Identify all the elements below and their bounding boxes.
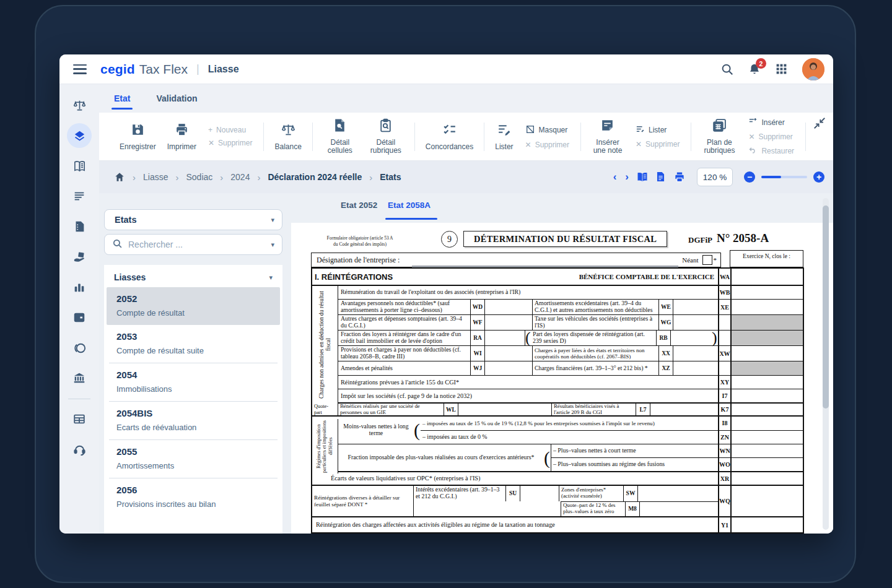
crumb-liasse[interactable]: Liasse xyxy=(143,172,168,182)
scrollbar-thumb[interactable] xyxy=(823,205,829,409)
print-button[interactable]: Imprimer xyxy=(162,122,202,152)
liasse-layers-icon[interactable] xyxy=(67,123,92,148)
delete-note-button[interactable]: ✕ Supprimer xyxy=(636,140,680,149)
amount-cell-wq[interactable] xyxy=(732,486,803,516)
list-item-2053[interactable]: 2053 Compte de résultat suite xyxy=(107,325,280,363)
input-we[interactable] xyxy=(673,300,718,314)
home-icon[interactable] xyxy=(114,171,125,183)
amount-cell-xy[interactable] xyxy=(732,376,803,389)
amount-cell-wn[interactable] xyxy=(732,444,803,458)
new-button[interactable]: + Nouveau xyxy=(208,126,252,134)
input-wi[interactable] xyxy=(485,346,532,361)
insert-note-button[interactable]: Insérer une note xyxy=(586,118,629,155)
document-list-icon[interactable] xyxy=(67,214,92,239)
vertical-scrollbar[interactable] xyxy=(823,198,829,530)
insert-rubric-button[interactable]: Insérer xyxy=(748,117,794,128)
app-header: cegid Tax Flex | Liasse 2 xyxy=(59,54,833,84)
input-xx[interactable] xyxy=(673,346,718,361)
doc-tab-etat-2058a[interactable]: Etat 2058A xyxy=(388,201,431,210)
amount-cell-xr[interactable] xyxy=(732,472,803,485)
prev-page-icon[interactable]: ‹ xyxy=(612,171,618,183)
list-item-2056[interactable]: 2056 Provisions inscrites au bilan xyxy=(107,478,280,516)
crumb-declaration[interactable]: Déclaration 2024 réelle xyxy=(268,172,362,182)
input-l7[interactable] xyxy=(650,404,718,415)
crumb-2024[interactable]: 2024 xyxy=(230,172,250,182)
input-rb[interactable] xyxy=(671,331,712,345)
search-input[interactable]: Rechercher ... ▾ xyxy=(104,234,282,255)
support-headset-icon[interactable] xyxy=(67,437,92,462)
toolbar-divider xyxy=(691,123,691,151)
input-su[interactable] xyxy=(520,486,559,501)
delete-button[interactable]: ✕ Supprimer xyxy=(208,139,252,147)
text-lines-icon[interactable] xyxy=(67,184,92,209)
input-m8[interactable] xyxy=(640,501,718,517)
doc-tab-etat-2052[interactable]: Etat 2052 xyxy=(341,201,377,210)
tab-validation[interactable]: Validation xyxy=(156,86,197,111)
restore-rubric-button[interactable]: Restaurer xyxy=(748,145,794,157)
apps-grid-icon[interactable] xyxy=(775,63,789,76)
list-item-2054[interactable]: 2054 Immobilisations xyxy=(107,363,280,401)
spreadsheet-icon[interactable] xyxy=(67,407,92,431)
open-book-icon[interactable] xyxy=(636,171,649,183)
amount-cell-xw[interactable] xyxy=(732,346,803,361)
notifications-bell-icon[interactable]: 2 xyxy=(748,63,761,76)
input-wd[interactable] xyxy=(485,300,532,314)
amount-cell-xe[interactable] xyxy=(732,300,803,314)
wb-label: Rémunération du travail de l'exploitant … xyxy=(339,286,522,299)
crumb-etats[interactable]: Etats xyxy=(380,172,401,182)
input-sw[interactable] xyxy=(638,486,718,501)
delete-rubric-button[interactable]: ✕ Supprimer xyxy=(748,132,794,141)
amount-cell-y1[interactable] xyxy=(732,517,803,532)
input-wg[interactable] xyxy=(673,315,718,330)
bar-chart-icon[interactable] xyxy=(67,275,92,300)
brace: ( xyxy=(543,444,551,471)
bank-icon[interactable] xyxy=(67,366,92,391)
input-xz[interactable] xyxy=(673,361,718,375)
collapse-panel-icon[interactable] xyxy=(813,116,826,130)
user-avatar[interactable] xyxy=(802,58,824,80)
print-doc-icon[interactable] xyxy=(673,171,686,183)
list-item-2055[interactable]: 2055 Amortissements xyxy=(107,440,280,478)
input-wf[interactable] xyxy=(485,315,532,330)
chevron-down-icon[interactable]: ▾ xyxy=(269,274,273,282)
input-wl[interactable] xyxy=(458,404,551,415)
concordances-button[interactable]: Concordances xyxy=(420,122,479,152)
etats-select[interactable]: Etats ▾ xyxy=(104,209,282,230)
input-wj[interactable] xyxy=(485,361,532,375)
zoom-slider[interactable] xyxy=(761,176,807,178)
amount-cell-i8[interactable] xyxy=(732,417,803,431)
balance-button[interactable]: Balance xyxy=(269,122,307,152)
list-item-2052[interactable]: 2052 Compte de résultat xyxy=(107,287,280,325)
list-button[interactable]: Lister xyxy=(489,122,518,152)
neant-checkbox[interactable] xyxy=(702,255,712,265)
amount-cell-zn[interactable] xyxy=(732,431,803,444)
wallet-card-icon[interactable] xyxy=(67,305,92,330)
save-button[interactable]: Enregistrer xyxy=(114,122,162,152)
amount-cell-wa[interactable] xyxy=(732,269,803,285)
hand-package-icon[interactable] xyxy=(67,244,92,269)
amount-cell-wo[interactable] xyxy=(732,458,803,471)
book-icon[interactable] xyxy=(67,153,92,178)
zoom-out-button[interactable]: − xyxy=(744,171,755,183)
zoom-in-button[interactable]: + xyxy=(813,171,824,183)
menu-icon[interactable] xyxy=(73,64,87,74)
input-ra[interactable] xyxy=(485,331,525,345)
document-icon[interactable] xyxy=(655,171,667,183)
mask-button[interactable]: Masquer xyxy=(525,124,569,136)
balance-scales-icon[interactable] xyxy=(67,93,92,118)
rubric-plan-button[interactable]: Plan de rubriques xyxy=(696,118,742,155)
coins-circles-icon[interactable] xyxy=(67,335,92,360)
list-notes-button[interactable]: Lister xyxy=(636,124,680,136)
search-icon[interactable] xyxy=(720,63,734,76)
zoom-level[interactable]: 120 % xyxy=(697,168,733,186)
next-page-icon[interactable]: › xyxy=(624,171,630,183)
amount-cell-k7[interactable] xyxy=(732,404,803,415)
amount-cell-i7[interactable] xyxy=(732,389,803,402)
delete-row-button[interactable]: ✕ Supprimer xyxy=(525,141,569,149)
rubric-detail-button[interactable]: Détail rubriques xyxy=(362,118,409,155)
amount-cell-wb[interactable] xyxy=(732,286,803,299)
crumb-sodiac[interactable]: Sodiac xyxy=(186,172,212,182)
tab-etat[interactable]: Etat xyxy=(114,86,130,111)
list-item-2054bis[interactable]: 2054BIS Ecarts de réévaluation xyxy=(107,402,280,439)
cell-detail-button[interactable]: Détail cellules xyxy=(318,118,362,155)
